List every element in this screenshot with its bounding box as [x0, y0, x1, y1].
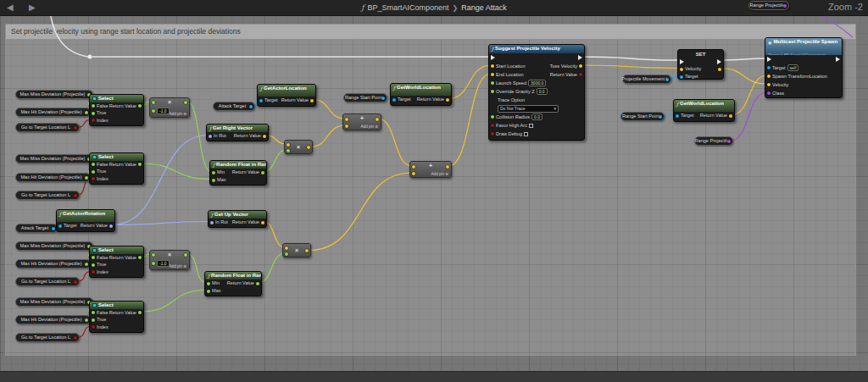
pill-attack-target-2[interactable]: Attack Target — [213, 102, 255, 111]
pill-attack-target-1[interactable]: Attack Target — [15, 224, 58, 233]
pin-vector[interactable] — [412, 165, 415, 169]
pill-max-miss-deviation-4[interactable]: Max Miss Deviation (Projectile) — [15, 297, 93, 307]
pin-bool[interactable] — [491, 124, 494, 127]
exec-pin-in[interactable] — [767, 57, 771, 62]
node-select-3[interactable]: SelectFalseReturn ValueTrueIndex — [89, 246, 144, 278]
node-multicast-projectile-spawn[interactable]: ◉Multicast Projectile SpawnTarget is BP … — [765, 37, 843, 98]
pin-vector[interactable] — [729, 114, 732, 118]
back-arrow-icon[interactable]: ◀ — [7, 3, 14, 13]
pin-float[interactable] — [92, 311, 95, 314]
pin-object[interactable] — [52, 227, 55, 230]
op-node-multiply-vector-1[interactable]: × — [284, 140, 313, 154]
pin-bool[interactable] — [92, 325, 95, 329]
node-random-float-in-range-2[interactable]: ƒRandom Float in RangeMinReturn ValueMax — [204, 271, 262, 296]
op-node-multiply-deviation-2[interactable]: ×-1.0Add pin⊕ — [149, 250, 190, 270]
pin-float[interactable] — [85, 176, 88, 180]
pin-float[interactable] — [207, 290, 210, 293]
pin-vector[interactable] — [446, 98, 449, 102]
pin-class[interactable] — [767, 91, 771, 95]
pill-range-start-point-1[interactable]: Range Start Point — [343, 93, 387, 102]
pin-float[interactable] — [287, 149, 290, 152]
forward-arrow-icon[interactable]: ▶ — [29, 3, 36, 13]
add-pin-button[interactable]: Add pin⊕ — [170, 112, 186, 116]
pin-float[interactable] — [491, 90, 494, 93]
reroute-node[interactable] — [88, 55, 92, 59]
pin-class[interactable] — [727, 140, 731, 143]
pin-float[interactable] — [212, 171, 215, 174]
pin-vector[interactable] — [310, 99, 314, 102]
pin-object[interactable] — [381, 97, 385, 100]
pin-float[interactable] — [92, 104, 95, 108]
pin-vector[interactable] — [345, 118, 348, 121]
op-node-add-location-2[interactable]: +Add pin⊕ — [409, 161, 452, 178]
pin-float[interactable] — [152, 109, 155, 113]
pin-float[interactable] — [92, 256, 95, 259]
pin-float[interactable] — [85, 263, 88, 266]
node-get-world-location-2[interactable]: ƒGetWorldLocationTarget is Scene Compone… — [673, 99, 735, 122]
pin-float[interactable] — [491, 115, 494, 119]
node-select-4[interactable]: SelectFalseReturn ValueTrueIndex — [89, 301, 144, 333]
pin-float[interactable] — [261, 171, 264, 174]
pin-float[interactable] — [256, 282, 259, 285]
pin-vector[interactable] — [412, 172, 415, 175]
pill-max-hit-deviation-2[interactable]: Max Hit Deviation (Projectile) — [15, 173, 91, 182]
pin-bool[interactable] — [74, 336, 77, 340]
node-get-up-vector[interactable]: ƒGet Up VectorIn RotReturn Value — [208, 210, 267, 228]
pill-projectile-movement[interactable]: Projectile Movement L — [622, 75, 671, 84]
pin-rotator[interactable] — [109, 224, 113, 228]
node-get-world-location-1[interactable]: ƒGetWorldLocationTarget is Scene Compone… — [390, 83, 452, 106]
pill-range-projectile-1[interactable]: Range Projectile — [694, 136, 733, 146]
pin-float[interactable] — [85, 318, 88, 322]
pin-float[interactable] — [92, 318, 95, 322]
pin-bool[interactable] — [74, 126, 77, 130]
pin-float[interactable] — [138, 256, 142, 259]
pill-max-hit-deviation-3[interactable]: Max Hit Deviation (Projectile) — [15, 259, 91, 269]
checkbox[interactable] — [529, 124, 533, 128]
pin-object[interactable] — [665, 78, 669, 81]
pin-class[interactable] — [783, 4, 787, 8]
pill-max-miss-deviation-1[interactable]: Max Miss Deviation (Projectile) — [15, 90, 93, 99]
pin-float[interactable] — [285, 252, 288, 256]
pin-float[interactable] — [207, 282, 210, 285]
pin-object[interactable] — [58, 224, 62, 228]
pill-go-to-target-location-2[interactable]: Go to Target Location L — [15, 191, 80, 200]
node-get-actor-location[interactable]: ƒGetActorLocationTarget is ActorTargetRe… — [257, 84, 316, 107]
pin-float[interactable] — [152, 262, 155, 265]
node-select-2[interactable]: SelectFalseReturn ValueTrueIndex — [89, 152, 144, 185]
pin-float[interactable] — [92, 112, 95, 115]
pin-float[interactable] — [152, 101, 155, 104]
breadcrumb-current[interactable]: Range Attack — [461, 3, 507, 12]
pin-vector[interactable] — [491, 64, 494, 68]
value-box[interactable]: 0.0 — [531, 113, 542, 120]
pin-vector[interactable] — [345, 125, 348, 128]
pin-float[interactable] — [85, 111, 88, 114]
pin-vector[interactable] — [287, 143, 290, 147]
pill-max-hit-deviation-1[interactable]: Max Hit Deviation (Projectile) — [15, 108, 91, 117]
pin-vector[interactable] — [376, 118, 379, 121]
value-box[interactable]: 0.0 — [537, 88, 548, 95]
pin-vector[interactable] — [307, 146, 310, 149]
pin-object[interactable] — [259, 99, 263, 102]
pin-object[interactable] — [659, 115, 662, 119]
exec-pin-out[interactable] — [578, 55, 582, 60]
value-box[interactable]: 3000.0 — [528, 80, 546, 86]
pin-object[interactable] — [392, 98, 396, 102]
pin-bool[interactable] — [579, 73, 582, 76]
pin-float[interactable] — [184, 253, 187, 257]
pin-float[interactable] — [212, 179, 215, 182]
value-box[interactable]: self — [787, 64, 799, 71]
pin-vector[interactable] — [285, 246, 288, 250]
pin-float[interactable] — [184, 101, 187, 104]
exec-pin-out[interactable] — [836, 57, 840, 62]
dropdown[interactable]: Do Not Trace▾ — [498, 105, 559, 113]
pill-range-start-point-2[interactable]: Range Start Point — [620, 112, 665, 121]
pill-max-hit-deviation-4[interactable]: Max Hit Deviation (Projectile) — [15, 315, 91, 324]
pin-object[interactable] — [676, 114, 679, 118]
inline-value-box[interactable]: -1.0 — [157, 108, 170, 114]
node-set-velocity[interactable]: SETVelocityTarget — [677, 49, 724, 80]
pill-go-to-target-location-1[interactable]: Go to Target Location L — [15, 123, 80, 132]
pin-object[interactable] — [767, 66, 771, 69]
pin-rotator[interactable] — [209, 135, 212, 138]
add-pin-button[interactable]: Add pin⊕ — [170, 264, 186, 269]
breadcrumb-parent[interactable]: BP_SmartAIComponent — [368, 3, 449, 12]
